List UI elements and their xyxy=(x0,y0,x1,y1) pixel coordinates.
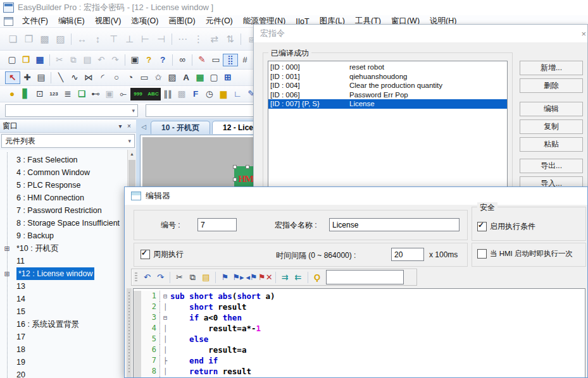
tree-item-15[interactable]: 15 xyxy=(0,305,128,318)
code-line[interactable]: 5 │ else xyxy=(134,334,585,344)
code-line[interactable]: 4 │ result=a*-1 xyxy=(134,323,585,334)
indirect-window-icon[interactable]: ▣ xyxy=(103,88,116,101)
picture-tool-icon[interactable]: ▦ xyxy=(193,71,207,84)
select-tool-icon[interactable]: ↖ xyxy=(5,71,20,84)
selection-margin[interactable] xyxy=(134,302,141,312)
pen-style-icon[interactable]: ✎ xyxy=(195,54,209,66)
copy-macro-button[interactable]: 复制 xyxy=(520,119,583,134)
editor-grip[interactable] xyxy=(127,288,132,377)
star-tool-icon[interactable]: ✩ xyxy=(151,71,165,84)
ellipse-tool-icon[interactable]: ○ xyxy=(109,71,123,84)
selection-handle[interactable] xyxy=(233,178,237,181)
code-line[interactable]: 3 ⊟ if a<0 then xyxy=(134,312,585,323)
tab-window-10[interactable]: 10 - 开机页 xyxy=(151,121,210,134)
distribute-vertical-icon[interactable]: ⋮ xyxy=(191,32,206,47)
delete-macro-button[interactable]: 删除 xyxy=(520,78,583,93)
open-icon[interactable]: ❒ xyxy=(19,54,33,66)
align-left-icon[interactable]: ⊢ xyxy=(137,32,153,47)
bit-lamp-icon[interactable]: ● xyxy=(5,88,19,101)
tree-item-10[interactable]: ⊞*10 : 开机页 xyxy=(0,242,128,255)
cut-icon[interactable]: ✂ xyxy=(53,54,66,66)
code-line[interactable]: 1 ⊟ sub short abs(short a) xyxy=(134,291,585,302)
enable-exec-condition-checkbox[interactable] xyxy=(477,222,487,231)
tree-item-16[interactable]: 16 : 系统设置背景 xyxy=(0,318,128,331)
macro-list-item-selected[interactable]: [ID : 007] {P, S} License xyxy=(268,99,507,109)
bookmark-clear-icon[interactable]: ⚑✕ xyxy=(258,271,273,284)
selection-margin[interactable] xyxy=(134,366,141,377)
center-vertical-icon[interactable]: ↕ xyxy=(90,32,106,47)
print-icon[interactable]: ▣ xyxy=(128,54,142,66)
fold-marker[interactable]: └ xyxy=(160,377,170,377)
same-height-icon[interactable]: ⇅ xyxy=(222,32,238,47)
startup-checkbox[interactable] xyxy=(477,249,487,259)
tree-item-12[interactable]: ⊞*12 : License window xyxy=(0,267,128,280)
barcode-icon[interactable]: ∥∥ xyxy=(161,88,175,101)
bring-forward-icon[interactable]: ▩ xyxy=(37,32,53,47)
annotate-tool-icon[interactable]: ▤ xyxy=(34,71,48,84)
edit-macro-button[interactable]: 编辑 xyxy=(520,102,583,116)
selection-margin[interactable] xyxy=(134,355,141,366)
fold-marker[interactable]: │ xyxy=(160,366,170,377)
slider-icon[interactable]: ⊷ xyxy=(89,88,103,101)
fold-marker[interactable]: │ xyxy=(160,334,170,344)
tree-item-6[interactable]: 6 : HMI Connection xyxy=(0,192,128,204)
bookmark-toggle-icon[interactable]: ⚑ xyxy=(218,271,232,284)
tree-item-20[interactable]: 20 xyxy=(0,369,128,378)
undo-icon[interactable]: ↶ xyxy=(94,54,108,66)
same-width-icon[interactable]: ⇄ xyxy=(206,32,222,47)
copy-icon[interactable]: ⧉ xyxy=(186,271,199,284)
tree-item-17[interactable]: 17 xyxy=(0,331,128,343)
code-line[interactable]: 9 └ end sub xyxy=(134,377,585,377)
find-replace-icon[interactable]: Ϙ xyxy=(311,271,324,284)
redo-icon[interactable]: ↷ xyxy=(108,54,122,66)
fold-marker[interactable]: │ xyxy=(160,302,170,312)
tree-item-7[interactable]: 7 : Password Restriction xyxy=(0,204,128,217)
menu-objects[interactable]: 元件(O) xyxy=(201,16,238,27)
macro-list[interactable]: [ID : 000] reset robot [ID : 001] qiehua… xyxy=(268,61,508,189)
distribute-horizontal-icon[interactable]: ⋯ xyxy=(175,32,191,47)
tree-item-9[interactable]: 9 : Backup xyxy=(0,229,128,242)
tree-item-11[interactable]: 11 xyxy=(0,255,128,267)
center-horizontal-icon[interactable]: ↔ xyxy=(74,32,90,47)
redo-icon[interactable]: ↷ xyxy=(154,271,167,284)
undo-icon[interactable]: ↶ xyxy=(141,271,154,284)
new-icon[interactable]: ▢ xyxy=(5,54,19,66)
xy-plot-icon[interactable]: ∟ xyxy=(230,88,244,101)
copy-icon[interactable]: ⧉ xyxy=(66,54,80,66)
context-help-icon[interactable]: ? xyxy=(156,54,170,66)
paste-icon[interactable]: ▤ xyxy=(80,54,94,66)
set-word-icon[interactable]: 123 xyxy=(47,88,61,101)
timer-icon[interactable]: ◷ xyxy=(203,88,216,101)
close-panel-icon[interactable]: × xyxy=(125,123,134,130)
arc-tool-icon[interactable]: ◜ xyxy=(96,71,109,84)
macro-list-item[interactable]: [ID : 006] Password Err Pop xyxy=(268,90,507,100)
export-macro-button[interactable]: 导出... xyxy=(520,159,583,173)
cut-icon[interactable]: ✂ xyxy=(173,271,186,284)
new-macro-button[interactable]: 新增... xyxy=(520,61,583,75)
align-bottom-icon[interactable]: ⊥ xyxy=(122,32,137,47)
child-window-icon[interactable] xyxy=(4,17,13,26)
snap-icon[interactable]: # xyxy=(238,54,252,66)
save-icon[interactable]: ▦ xyxy=(33,54,47,66)
dock-menu-icon[interactable]: ▾ xyxy=(116,123,125,130)
menu-file[interactable]: 文件(F) xyxy=(17,16,53,27)
help-icon[interactable]: ? xyxy=(142,54,156,66)
fold-marker[interactable]: ├ xyxy=(160,355,170,366)
plate-tool-icon[interactable]: ▢ xyxy=(207,71,221,84)
close-icon[interactable]: × xyxy=(581,29,586,39)
paste-icon[interactable]: ▤ xyxy=(199,271,213,284)
tree-item-8[interactable]: 8 : Storage Space Insufficient xyxy=(0,217,128,229)
fold-marker[interactable]: │ xyxy=(160,344,170,355)
line-tool-icon[interactable]: ╲ xyxy=(54,71,68,84)
bring-to-front-icon[interactable]: ❏ xyxy=(5,32,21,47)
multi-state-switch-icon[interactable]: ≣ xyxy=(61,88,75,101)
code-line[interactable]: 6 │ result=a xyxy=(134,344,585,355)
table-tool-icon[interactable]: ⊞ xyxy=(221,71,235,84)
pan-tool-icon[interactable]: ✚ xyxy=(20,71,34,84)
code-line[interactable]: 7 ├ end if xyxy=(134,355,585,366)
polygon-tool-icon[interactable]: ⋈ xyxy=(82,71,96,84)
tree-item-19[interactable]: 19 xyxy=(0,356,128,369)
grid-icon[interactable]: ⣿ xyxy=(223,54,238,66)
scroll-up-icon[interactable]: ▲ xyxy=(128,150,136,159)
outdent-icon[interactable]: ⇇ xyxy=(292,271,305,284)
